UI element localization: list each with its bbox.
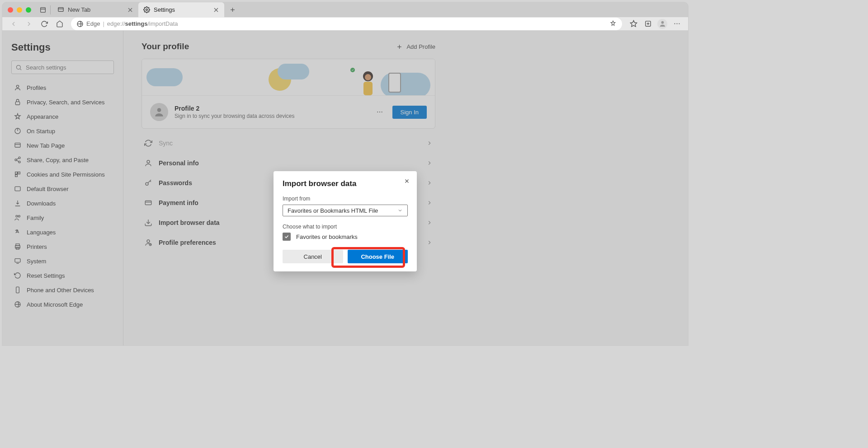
more-button[interactable] — [670, 18, 684, 30]
home-button[interactable] — [53, 18, 66, 30]
window-titlebar: New Tab Settings — [2, 2, 688, 17]
edge-icon — [76, 20, 84, 28]
svg-marker-12 — [630, 20, 637, 26]
import-from-label: Import from — [283, 196, 408, 202]
checkbox-checked-icon — [283, 233, 291, 241]
import-data-modal: Import browser data Import from Favorite… — [274, 171, 417, 271]
tab-title: New Tab — [68, 6, 90, 13]
svg-point-19 — [679, 23, 679, 24]
svg-point-17 — [674, 23, 675, 24]
address-bar[interactable]: Edge | edge://settings/importData — [71, 18, 622, 30]
collections-button[interactable] — [641, 18, 655, 30]
browser-toolbar: Edge | edge://settings/importData — [2, 17, 688, 31]
close-window-button[interactable] — [8, 7, 13, 13]
tab-title: Settings — [154, 6, 175, 13]
tab-actions-icon[interactable] — [38, 5, 48, 15]
modal-title: Import browser data — [283, 179, 408, 188]
modal-close-button[interactable] — [402, 177, 411, 186]
svg-rect-0 — [41, 7, 46, 12]
svg-rect-2 — [58, 8, 63, 12]
forward-button[interactable] — [22, 18, 36, 30]
close-tab-icon[interactable] — [212, 6, 220, 14]
profile-button[interactable] — [656, 18, 669, 30]
chevron-down-icon — [397, 208, 403, 213]
import-from-select[interactable]: Favorites or Bookmarks HTML File — [283, 205, 408, 216]
svg-point-6 — [146, 9, 147, 11]
svg-point-18 — [676, 23, 677, 24]
choose-file-button[interactable]: Choose File — [348, 250, 408, 263]
minimize-window-button[interactable] — [17, 7, 22, 13]
favorites-checkbox[interactable]: Favorites or bookmarks — [283, 233, 408, 241]
choose-what-label: Choose what to import — [283, 224, 408, 230]
svg-point-16 — [661, 21, 664, 24]
tab-settings[interactable]: Settings — [138, 2, 224, 17]
new-tab-button[interactable] — [226, 4, 239, 16]
back-button[interactable] — [7, 18, 20, 30]
reload-button[interactable] — [38, 18, 51, 30]
cancel-button[interactable]: Cancel — [283, 250, 343, 263]
address-site: Edge — [86, 20, 100, 27]
tab-favicon-icon — [57, 6, 64, 14]
close-tab-icon[interactable] — [127, 6, 134, 14]
gear-icon — [143, 6, 150, 14]
read-aloud-icon[interactable] — [609, 20, 617, 28]
tab-new-tab[interactable]: New Tab — [52, 2, 138, 17]
address-url: edge://settings/importData — [107, 20, 178, 27]
favorites-button[interactable] — [627, 18, 640, 30]
window-controls — [8, 7, 31, 13]
maximize-window-button[interactable] — [26, 7, 31, 13]
